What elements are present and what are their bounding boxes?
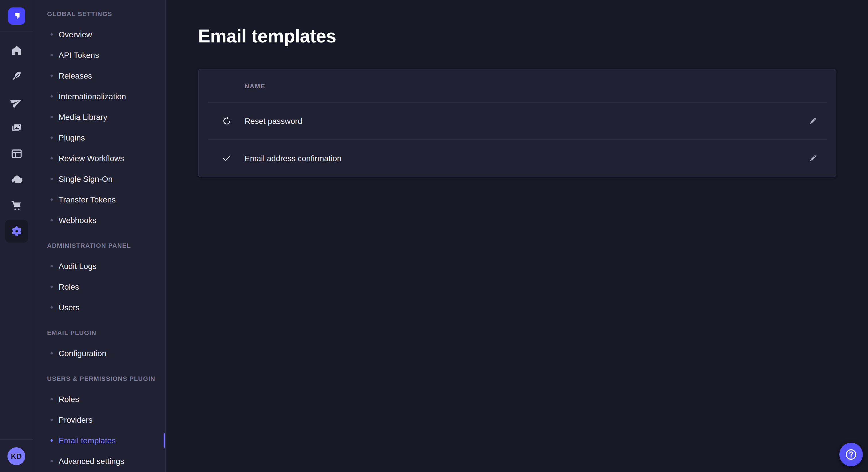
subnav-item-users[interactable]: Users bbox=[33, 297, 165, 318]
cloud-icon[interactable] bbox=[5, 168, 28, 191]
subnav-item-label: Users bbox=[59, 303, 80, 312]
subnav-item-label: Configuration bbox=[59, 349, 106, 358]
media-library-icon[interactable] bbox=[5, 116, 28, 139]
bullet-icon bbox=[51, 285, 53, 288]
subnav-item-email-templates[interactable]: Email templates bbox=[33, 430, 165, 451]
cart-icon[interactable] bbox=[5, 194, 28, 217]
subnav-item-webhooks[interactable]: Webhooks bbox=[33, 210, 165, 231]
bullet-icon bbox=[51, 116, 53, 118]
subnav-item-providers[interactable]: Providers bbox=[33, 409, 165, 430]
subnav-item-label: Advanced settings bbox=[59, 457, 124, 466]
subnav-item-label: Plugins bbox=[59, 133, 85, 142]
bullet-icon bbox=[51, 95, 53, 98]
subnav-item-label: Webhooks bbox=[59, 216, 96, 225]
check-icon bbox=[222, 153, 245, 164]
bullet-icon bbox=[51, 306, 53, 308]
icon-rail: KD bbox=[0, 0, 33, 472]
subnav-item-up-roles[interactable]: Roles bbox=[33, 389, 165, 409]
rail-icon-list bbox=[5, 39, 28, 243]
bullet-icon bbox=[51, 439, 53, 442]
bullet-icon bbox=[51, 460, 53, 462]
bullet-icon bbox=[51, 54, 53, 56]
template-name: Reset password bbox=[245, 116, 804, 126]
subnav-item-transfer-tokens[interactable]: Transfer Tokens bbox=[33, 189, 165, 210]
subnav-item-label: Releases bbox=[59, 71, 92, 80]
subnav-item-plugins[interactable]: Plugins bbox=[33, 127, 165, 148]
bullet-icon bbox=[51, 178, 53, 180]
bullet-icon bbox=[51, 74, 53, 77]
subnav-item-label: Email templates bbox=[59, 436, 116, 445]
subnav-item-label: Audit Logs bbox=[59, 262, 96, 271]
section-header: EMAIL PLUGIN bbox=[47, 328, 165, 337]
subnav-section-global-settings: GLOBAL SETTINGS Overview API Tokens Rele… bbox=[33, 9, 165, 231]
bullet-icon bbox=[51, 419, 53, 421]
avatar[interactable]: KD bbox=[7, 447, 25, 465]
bullet-icon bbox=[51, 157, 53, 160]
strapi-admin-app: KD GLOBAL SETTINGS Overview API Tokens R… bbox=[0, 0, 868, 472]
edit-pencil-icon[interactable] bbox=[804, 112, 822, 130]
subnav-item-single-sign-on[interactable]: Single Sign-On bbox=[33, 169, 165, 189]
rail-footer: KD bbox=[0, 439, 33, 472]
table-row-email-confirmation[interactable]: Email address confirmation bbox=[198, 140, 836, 177]
subnav-item-releases[interactable]: Releases bbox=[33, 65, 165, 86]
subnav-item-internationalization[interactable]: Internationalization bbox=[33, 86, 165, 107]
bullet-icon bbox=[51, 352, 53, 355]
table-row-reset-password[interactable]: Reset password bbox=[198, 103, 836, 139]
subnav-item-label: Providers bbox=[59, 415, 92, 425]
feather-icon[interactable] bbox=[5, 65, 28, 88]
subnav-item-label: Overview bbox=[59, 30, 92, 39]
template-name: Email address confirmation bbox=[245, 154, 804, 163]
subnav-item-label: Internationalization bbox=[59, 92, 126, 101]
gear-icon[interactable] bbox=[5, 220, 28, 243]
subnav-item-label: Review Workflows bbox=[59, 154, 124, 163]
subnav-item-api-tokens[interactable]: API Tokens bbox=[33, 45, 165, 65]
question-icon bbox=[844, 448, 858, 461]
subnav-section-email-plugin: EMAIL PLUGIN Configuration bbox=[33, 328, 165, 364]
subnav-section-users-permissions-plugin: USERS & PERMISSIONS PLUGIN Roles Provide… bbox=[33, 374, 165, 471]
bullet-icon bbox=[51, 33, 53, 36]
subnav-item-label: Single Sign-On bbox=[59, 174, 113, 183]
logo-area bbox=[0, 0, 33, 32]
subnav-item-audit-logs[interactable]: Audit Logs bbox=[33, 256, 165, 276]
subnav-item-review-workflows[interactable]: Review Workflows bbox=[33, 148, 165, 169]
subnav-item-label: API Tokens bbox=[59, 50, 99, 60]
subnav-item-overview[interactable]: Overview bbox=[33, 24, 165, 45]
subnav-item-media-library[interactable]: Media Library bbox=[33, 107, 165, 127]
active-indicator bbox=[164, 433, 165, 448]
layout-window-icon[interactable] bbox=[5, 142, 28, 165]
bullet-icon bbox=[51, 198, 53, 201]
bullet-icon bbox=[51, 265, 53, 267]
strapi-logo-icon[interactable] bbox=[8, 7, 25, 24]
edit-pencil-icon[interactable] bbox=[804, 149, 822, 167]
subnav-item-label: Roles bbox=[59, 282, 79, 291]
table-header-row: NAME bbox=[198, 69, 836, 102]
subnav-item-label: Media Library bbox=[59, 112, 107, 122]
help-button[interactable] bbox=[839, 443, 863, 466]
section-header: GLOBAL SETTINGS bbox=[47, 9, 165, 19]
subnav-item-admin-roles[interactable]: Roles bbox=[33, 276, 165, 297]
main-content: Email templates NAME Reset password bbox=[166, 0, 868, 472]
settings-subnav: GLOBAL SETTINGS Overview API Tokens Rele… bbox=[33, 0, 166, 472]
bullet-icon bbox=[51, 136, 53, 139]
subnav-item-label: Transfer Tokens bbox=[59, 195, 116, 204]
page-title: Email templates bbox=[198, 25, 868, 47]
bullet-icon bbox=[51, 398, 53, 400]
section-header: USERS & PERMISSIONS PLUGIN bbox=[47, 374, 165, 383]
column-header-name: NAME bbox=[245, 82, 266, 89]
section-header: ADMINISTRATION PANEL bbox=[47, 241, 165, 250]
subnav-item-configuration[interactable]: Configuration bbox=[33, 343, 165, 364]
paper-plane-icon[interactable] bbox=[5, 91, 28, 113]
bullet-icon bbox=[51, 219, 53, 222]
home-icon[interactable] bbox=[5, 39, 28, 62]
email-templates-table: NAME Reset password bbox=[198, 69, 836, 177]
subnav-item-label: Roles bbox=[59, 395, 79, 404]
subnav-item-advanced-settings[interactable]: Advanced settings bbox=[33, 451, 165, 471]
refresh-icon bbox=[222, 116, 245, 126]
subnav-section-administration-panel: ADMINISTRATION PANEL Audit Logs Roles Us… bbox=[33, 241, 165, 318]
